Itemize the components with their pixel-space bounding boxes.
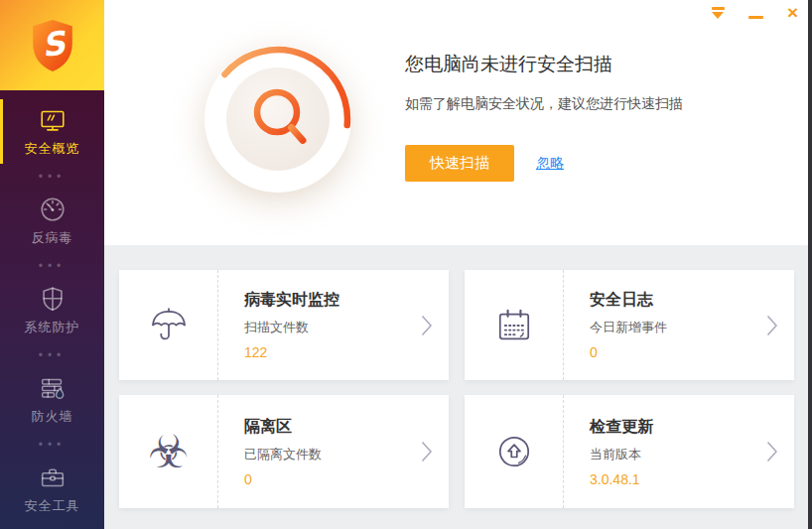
scan-circle-icon — [199, 40, 357, 198]
scan-status-subtitle: 如需了解电脑安全状况，建议您进行快速扫描 — [405, 95, 683, 113]
card-title: 检查更新 — [590, 417, 794, 438]
sidebar-item-label: 防火墙 — [32, 408, 73, 426]
chevron-right-icon — [421, 441, 433, 463]
card-title: 安全日志 — [590, 290, 794, 311]
card-icon-cell — [119, 270, 218, 380]
app-shield-logo-icon: S — [26, 17, 79, 74]
sidebar-separator-dots: ••• — [0, 440, 104, 450]
monitor-icon — [38, 105, 68, 135]
card-quarantine[interactable]: ☣ 隔离区 已隔离文件数 0 — [119, 395, 449, 508]
sidebar-item-firewall[interactable]: 防火墙 — [0, 371, 104, 428]
sidebar-item-label: 系统防护 — [25, 319, 80, 336]
firewall-icon — [38, 373, 68, 403]
sidebar-item-label: 安全工具 — [25, 497, 80, 515]
shield-icon — [38, 284, 68, 314]
chevron-right-icon — [766, 441, 778, 463]
card-icon-cell: ☣ — [119, 395, 218, 508]
gauge-icon — [38, 195, 68, 224]
sidebar-separator-dots: ••• — [0, 172, 104, 182]
card-subtitle: 扫描文件数 — [244, 319, 449, 336]
chevron-right-icon — [421, 315, 433, 336]
card-realtime-monitor[interactable]: 病毒实时监控 扫描文件数 122 — [119, 270, 449, 380]
window-controls: × — [712, 4, 798, 22]
scan-message-block: 您电脑尚未进行安全扫描 如需了解电脑安全状况，建议您进行快速扫描 快速扫描 忽略 — [405, 52, 683, 182]
card-subtitle: 当前版本 — [590, 446, 794, 463]
card-check-update[interactable]: 检查更新 当前版本 3.0.48.1 — [465, 395, 794, 508]
scan-status-title: 您电脑尚未进行安全扫描 — [405, 52, 683, 77]
app-logo-block: S — [0, 0, 104, 90]
sidebar-item-system-protection[interactable]: 系统防护 — [0, 282, 104, 338]
card-value: 0 — [590, 344, 794, 360]
status-cards-grid: 病毒实时监控 扫描文件数 122 — [119, 270, 812, 508]
window-minimize-button[interactable] — [748, 8, 763, 19]
menu-triangle-icon — [712, 12, 724, 19]
card-value: 122 — [244, 344, 449, 360]
umbrella-icon — [147, 304, 191, 347]
sidebar-separator-dots: ••• — [0, 350, 104, 360]
scan-status-visual — [199, 40, 357, 198]
card-value: 0 — [244, 471, 449, 487]
sidebar-separator-dots: ••• — [0, 261, 104, 271]
sidebar-item-security-tools[interactable]: 安全工具 — [0, 461, 104, 517]
card-text-cell: 安全日志 今日新增事件 0 — [564, 270, 794, 380]
card-subtitle: 今日新增事件 — [590, 319, 794, 336]
card-text-cell: 病毒实时监控 扫描文件数 122 — [218, 270, 449, 380]
card-title: 病毒实时监控 — [244, 290, 449, 311]
calendar-icon — [492, 304, 536, 347]
card-subtitle: 已隔离文件数 — [244, 446, 449, 463]
ignore-link[interactable]: 忽略 — [536, 155, 564, 173]
sidebar-item-label: 反病毒 — [32, 229, 73, 247]
update-icon — [492, 430, 536, 473]
card-icon-cell — [465, 270, 564, 380]
card-text-cell: 检查更新 当前版本 3.0.48.1 — [564, 395, 794, 508]
sidebar-item-label: 安全概览 — [25, 140, 80, 158]
biohazard-icon: ☣ — [148, 429, 189, 474]
main-panel: × — [104, 0, 812, 529]
minimize-icon — [748, 16, 763, 19]
screen-edge-strip — [808, 0, 812, 529]
sidebar-item-security-overview[interactable]: 安全概览 — [0, 103, 104, 160]
card-icon-cell — [465, 395, 564, 508]
card-value: 3.0.48.1 — [590, 471, 794, 487]
chevron-right-icon — [766, 315, 778, 336]
menu-bar-shape — [712, 7, 725, 10]
window-menu-button[interactable] — [712, 7, 725, 19]
scan-hero-section: 您电脑尚未进行安全扫描 如需了解电脑安全状况，建议您进行快速扫描 快速扫描 忽略 — [104, 0, 812, 245]
status-cards-section: 病毒实时监控 扫描文件数 122 — [104, 245, 812, 529]
sidebar-nav: 安全概览 ••• 反病毒 ••• 系统防护 ••• 防火墙 ••• — [0, 90, 104, 529]
card-security-log[interactable]: 安全日志 今日新增事件 0 — [465, 270, 794, 380]
sidebar-item-antivirus[interactable]: 反病毒 — [0, 193, 104, 249]
scan-actions: 快速扫描 忽略 — [405, 145, 683, 182]
quick-scan-button[interactable]: 快速扫描 — [405, 145, 514, 182]
window-close-button[interactable]: × — [787, 4, 798, 22]
card-title: 隔离区 — [244, 417, 449, 438]
card-text-cell: 隔离区 已隔离文件数 0 — [218, 395, 449, 508]
toolbox-icon — [38, 463, 68, 492]
